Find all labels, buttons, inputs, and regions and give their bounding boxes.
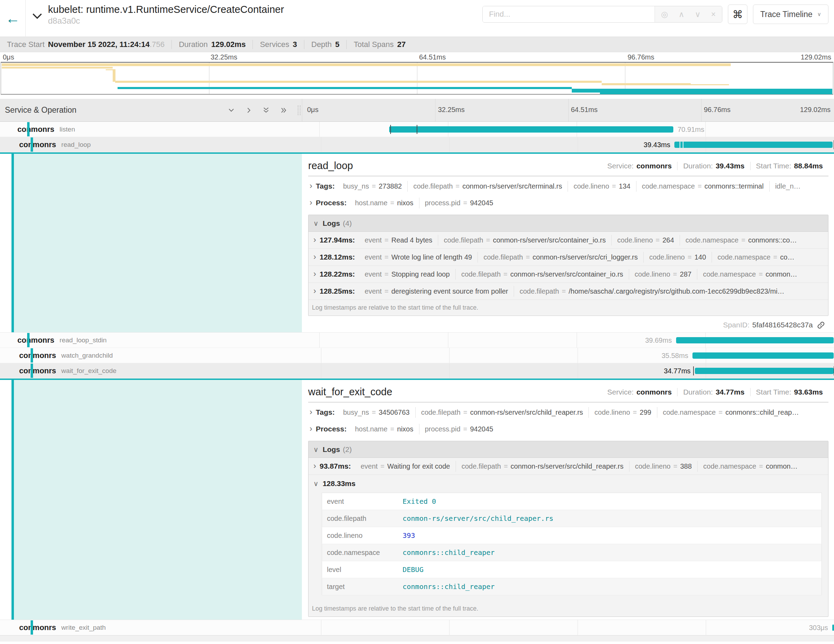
span-bar[interactable]: [389, 126, 673, 133]
log-entry[interactable]: › 128.12ms: event=Wrote log line of leng…: [309, 249, 828, 266]
axis-tick: 96.76ms: [628, 53, 655, 61]
span-row-write-exit-path[interactable]: conmonrs write_exit_path 303μs: [0, 620, 834, 635]
chevron-right-icon: ›: [310, 407, 312, 417]
span-bar[interactable]: [695, 368, 834, 374]
span-detail-read-loop: read_loop Service:conmonrs Duration:39.4…: [0, 152, 834, 333]
view-selector-button[interactable]: Trace Timeline ∨: [753, 5, 828, 24]
detail-overview: Service:conmonrs Duration:34.77ms Start …: [602, 388, 828, 396]
axis-tick: 64.51ms: [571, 106, 598, 114]
log-entry[interactable]: › 93.87ms: event=Waiting for exit codeco…: [309, 458, 828, 475]
chevron-down-icon: ∨: [314, 445, 318, 454]
span-boundary-tick: [417, 125, 417, 134]
span-bar[interactable]: [692, 353, 834, 359]
process-row[interactable]: › Process: host.name=nixosprocess.pid=94…: [308, 421, 828, 437]
span-name-cell[interactable]: conmonrs read_loop: [19, 137, 321, 152]
trace-services: Services3: [252, 40, 304, 49]
kv-pill: code.lineno=388: [629, 461, 698, 472]
keyboard-shortcuts-button[interactable]: ⌘: [728, 5, 747, 24]
log-entry[interactable]: › 128.25ms: event=deregistering event so…: [309, 283, 828, 300]
collapse-trace-toggle[interactable]: [32, 13, 42, 37]
span-bar[interactable]: [674, 142, 832, 148]
span-timeline-cell[interactable]: 303μs: [321, 620, 834, 635]
log-field-row: targetconmonrs::child_reaper: [322, 578, 822, 595]
span-row-read-loop[interactable]: conmonrs read_loop 39.43ms: [0, 137, 834, 152]
chevron-right-icon: ›: [310, 424, 312, 434]
log-marker: [683, 142, 684, 148]
log-fields: event=Wrote log line of length 49code.fi…: [359, 252, 824, 263]
logs-header[interactable]: ∨ Logs (4): [309, 215, 828, 232]
axis-tick: 129.02ms: [801, 53, 831, 61]
trace-view: ← kubelet: runtime.v1.RuntimeService/Cre…: [0, 0, 834, 644]
log-entry-expanded[interactable]: ∨ 128.33ms: [309, 475, 828, 492]
expand-all-icon[interactable]: [280, 107, 287, 114]
minimap-canvas[interactable]: [1, 62, 833, 95]
span-row-wait-for-exit-code[interactable]: conmonrs wait_for_exit_code 34.77ms: [0, 363, 834, 379]
kv-pill: busy_ns=273882: [337, 181, 407, 192]
span-timeline-cell[interactable]: 39.69ms: [319, 333, 834, 348]
log-entry[interactable]: › 128.22ms: event=Stopping read loopcode…: [309, 266, 828, 283]
tags-row[interactable]: › Tags: busy_ns=34506763code.filepath=co…: [308, 404, 828, 421]
detail-header: wait_for_exit_code Service:conmonrs Dura…: [308, 386, 828, 398]
kv-pill: code.lineno=299: [589, 407, 657, 418]
service-operation-header: Service & Operation: [0, 99, 302, 121]
span-color-bar: [31, 138, 33, 152]
log-timestamp: 93.87ms:: [320, 462, 351, 470]
process-row[interactable]: › Process: host.name=nixosprocess.pid=94…: [308, 194, 828, 211]
expand-one-icon[interactable]: [245, 107, 252, 114]
span-name-cell[interactable]: conmonrs write_exit_path: [19, 620, 321, 635]
kv-pill: code.lineno=264: [612, 235, 680, 246]
kv-pill: code.lineno=140: [644, 252, 712, 263]
chevron-down-icon: ∨: [817, 11, 821, 18]
kv-pill: code.filepath=conmon-rs/server/src/termi…: [407, 181, 568, 192]
tags-row[interactable]: › Tags: busy_ns=273882code.filepath=conm…: [308, 178, 828, 194]
span-boundary-tick: [390, 125, 391, 134]
tag-pills: busy_ns=34506763code.filepath=conmon-rs/…: [337, 407, 828, 418]
minimap-axis: 0μs 32.25ms 64.51ms 96.76ms 129.02ms: [0, 52, 834, 62]
span-timeline-cell[interactable]: 70.91ms: [319, 122, 834, 137]
axis-tick: 32.25ms: [211, 53, 238, 61]
logs-section: ∨ Logs (2) › 93.87ms: event=Waiting for …: [308, 441, 828, 617]
kv-pill: idle_n…: [770, 181, 806, 192]
kv-pill: code.namespace=conmon…: [698, 461, 803, 472]
span-operation: read_loop: [61, 141, 91, 149]
span-name-cell[interactable]: conmonrs watch_grandchild: [19, 348, 321, 363]
back-button[interactable]: ←: [0, 0, 26, 37]
span-name-cell[interactable]: conmonrs read_loop_stdin: [18, 333, 319, 348]
column-resize-handle[interactable]: [298, 105, 301, 115]
kv-pill: code.namespace=co…: [712, 252, 800, 263]
span-color-bar: [31, 348, 33, 362]
trace-summary-bar: Trace StartNovember 15 2022, 11:24:14.75…: [0, 37, 834, 52]
span-bar[interactable]: [676, 337, 834, 343]
find-clear-icon[interactable]: ×: [711, 10, 716, 19]
span-timeline-cell[interactable]: 39.43ms: [321, 137, 834, 152]
span-timeline-cell[interactable]: 34.77ms: [321, 363, 834, 378]
kv-pill: code.filepath=/home/sascha/.cargo/regist…: [514, 286, 790, 297]
log-field-row: code.lineno393: [322, 527, 822, 544]
grid-line: [417, 63, 417, 94]
span-duration-label: 70.91ms: [677, 125, 704, 133]
collapse-one-icon[interactable]: [228, 107, 235, 114]
span-service: conmonrs: [19, 140, 56, 149]
span-timeline-cell[interactable]: 35.58ms: [321, 348, 834, 363]
find-prev-icon[interactable]: ∧: [679, 10, 684, 19]
span-row-listen[interactable]: conmonrs listen 70.91ms: [0, 122, 834, 137]
minimap-span-bar: [118, 87, 572, 89]
axis-tick: 32.25ms: [438, 106, 465, 114]
divider: [308, 402, 828, 403]
span-name-cell[interactable]: conmonrs wait_for_exit_code: [19, 363, 321, 378]
span-bar[interactable]: [832, 625, 834, 631]
trace-total-spans: Total Spans27: [346, 40, 412, 49]
log-entry[interactable]: › 127.94ms: event=Read 4 bytescode.filep…: [309, 232, 828, 249]
locate-icon[interactable]: ◎: [661, 10, 668, 19]
deep-link-icon[interactable]: [817, 321, 825, 329]
find-next-icon[interactable]: ∨: [695, 10, 701, 19]
collapse-all-icon[interactable]: [262, 107, 270, 114]
span-service: conmonrs: [18, 336, 54, 345]
span-row-read-loop-stdin[interactable]: conmonrs read_loop_stdin 39.69ms: [0, 333, 834, 348]
find-input[interactable]: [483, 6, 655, 22]
logs-footnote: Log timestamps are relative to the start…: [309, 601, 828, 616]
kv-pill: event=deregistering event source from po…: [359, 286, 514, 297]
span-name-cell[interactable]: conmonrs listen: [18, 122, 319, 137]
span-row-watch-grandchild[interactable]: conmonrs watch_grandchild 35.58ms: [0, 348, 834, 363]
logs-header[interactable]: ∨ Logs (2): [309, 441, 828, 458]
